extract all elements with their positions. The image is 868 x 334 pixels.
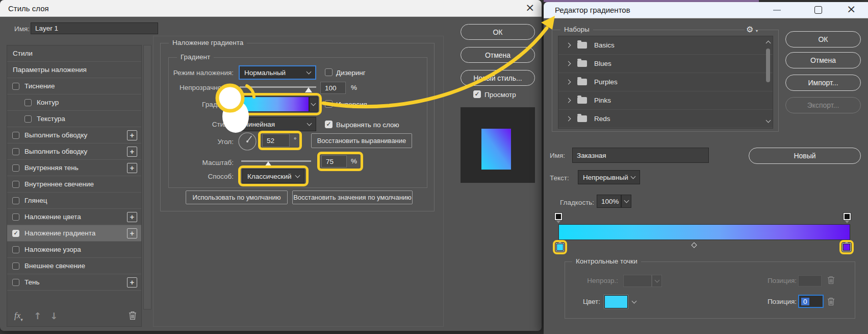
chevron-right-icon[interactable] [566,43,571,48]
preset-folder-row-2[interactable]: Purples [558,73,773,91]
new-gradient-button[interactable]: Новый [749,148,861,164]
dither-checkbox[interactable] [325,68,333,76]
scale-slider-track[interactable] [241,160,311,162]
add-effect-button[interactable]: + [127,130,137,140]
stop-color-swatch[interactable] [604,295,628,308]
chevron-right-icon[interactable] [566,61,571,66]
effect-row-9[interactable]: Глянец [7,193,141,209]
preset-folder-row-3[interactable]: Pinks [558,91,773,110]
preset-folder-row-1[interactable]: Blues [558,55,773,73]
editor-cancel-button[interactable]: Отмена [785,52,861,68]
gear-icon[interactable]: ⚙ [745,25,755,34]
effect-row-5[interactable]: Выполнить обводку+ [7,127,141,144]
opacity-input[interactable]: 100 [320,82,346,94]
trash-icon[interactable] [827,297,835,306]
midpoint-diamond[interactable] [691,242,697,248]
close-icon[interactable]: × [847,4,856,14]
scroll-up-icon[interactable] [766,41,771,46]
fx-menu-button[interactable]: fx▾ [14,311,23,322]
opacity-stop-right[interactable] [844,213,851,223]
blend-mode-dropdown[interactable]: Нормальный [239,65,316,80]
effect-row-3[interactable]: Контур [7,94,141,111]
gradient-type-dropdown[interactable]: Непрерывный [578,170,640,184]
color-stop-right[interactable] [843,241,850,251]
gradient-swatch[interactable] [239,97,309,112]
gear-menu-arrow-icon[interactable]: ▾ [756,29,758,33]
effect-row-7[interactable]: Внутренняя тень+ [7,160,141,176]
effect-row-0[interactable]: Стили [7,45,141,62]
layer-name-input[interactable]: Layer 1 [31,22,158,34]
move-up-button[interactable]: ↑ [34,311,41,321]
add-effect-button[interactable]: + [127,212,137,222]
effect-checkbox[interactable] [12,181,19,188]
chevron-right-icon[interactable] [566,98,571,103]
add-effect-button[interactable]: + [127,147,137,157]
smoothness-arrow[interactable] [621,195,631,208]
close-icon[interactable]: × [525,3,534,13]
reset-alignment-button[interactable]: Восстановить выравнивание [311,133,412,148]
opacity-slider-thumb[interactable] [305,87,312,92]
editor-ok-label: ОК [818,35,828,43]
method-dropdown[interactable]: Классический [242,169,304,183]
effect-row-8[interactable]: Внутреннее свечение [7,176,141,193]
effect-checkbox[interactable] [12,213,19,221]
effect-checkbox[interactable]: ✓ [12,230,19,237]
add-effect-button[interactable]: + [127,163,137,173]
chevron-right-icon[interactable] [566,116,571,122]
smoothness-input[interactable]: 100% [597,195,621,208]
scroll-down-icon[interactable] [766,118,771,123]
make-default-button[interactable]: Использовать по умолчанию [186,190,288,204]
scale-slider-thumb[interactable] [265,161,272,166]
angle-dial[interactable] [238,132,257,151]
angle-input[interactable]: 52 [262,134,290,147]
stop-color-position-input[interactable]: 0 [798,295,824,308]
gradient-picker-arrow[interactable] [309,97,318,112]
gradient-preview-bar[interactable] [558,224,850,240]
effect-row-13[interactable]: Внешнее свечение [7,258,141,274]
opacity-stop-left[interactable] [555,213,562,223]
scrollbar-thumb[interactable] [766,49,770,82]
scale-input[interactable]: 75 [321,155,347,168]
preview-checkbox[interactable]: ✓ [473,90,481,98]
reset-values-button[interactable]: Восстановить значения по умолчанию [292,190,413,204]
effect-checkbox[interactable] [12,164,19,172]
effects-scrollbar[interactable] [143,45,151,309]
effect-row-14[interactable]: Тень+ [7,274,141,291]
effect-checkbox[interactable] [12,83,19,90]
effect-checkbox[interactable] [12,263,19,270]
effect-checkbox[interactable] [12,246,19,253]
trash-icon[interactable] [129,311,137,320]
gradient-name-input[interactable]: Заказная [572,148,709,163]
effect-row-12[interactable]: Наложение узора [7,242,141,258]
preset-folder-row-0[interactable]: Basics [558,36,773,55]
minimize-icon[interactable] [773,10,781,11]
effect-row-4[interactable]: Текстура [7,111,141,127]
color-stop-left[interactable] [556,241,564,251]
new-style-button[interactable]: Новый стиль... [461,70,535,86]
effect-row-1[interactable]: Параметры наложения [7,62,141,78]
import-button[interactable]: Импорт... [785,75,861,91]
ok-button[interactable]: ОК [461,24,535,40]
effect-checkbox[interactable] [12,132,19,139]
preset-folder-row-4[interactable]: Reds [558,110,773,128]
effect-row-11[interactable]: ✓Наложение градиента+ [7,225,141,242]
effect-checkbox[interactable] [12,148,19,155]
style-dropdown[interactable]: Линейная [239,117,316,131]
effect-row-2[interactable]: Тиснение [7,78,141,94]
move-down-button[interactable]: ↓ [50,311,58,321]
effect-checkbox[interactable] [12,197,19,204]
effect-row-6[interactable]: Выполнить обводку+ [7,144,141,160]
add-effect-button[interactable]: + [127,228,137,238]
effect-checkbox[interactable] [24,115,32,123]
effect-row-10[interactable]: Наложение цвета+ [7,209,141,225]
reverse-checkbox[interactable] [325,100,333,108]
maximize-icon[interactable] [814,6,822,14]
cancel-button[interactable]: Отмена [461,47,535,63]
chevron-right-icon[interactable] [566,80,571,85]
align-checkbox[interactable]: ✓ [325,121,333,128]
effect-checkbox[interactable] [12,279,19,286]
presets-scrollbar[interactable] [765,37,772,127]
effect-checkbox[interactable] [24,99,32,106]
editor-ok-button[interactable]: ОК [785,31,861,47]
add-effect-button[interactable]: + [127,277,137,288]
